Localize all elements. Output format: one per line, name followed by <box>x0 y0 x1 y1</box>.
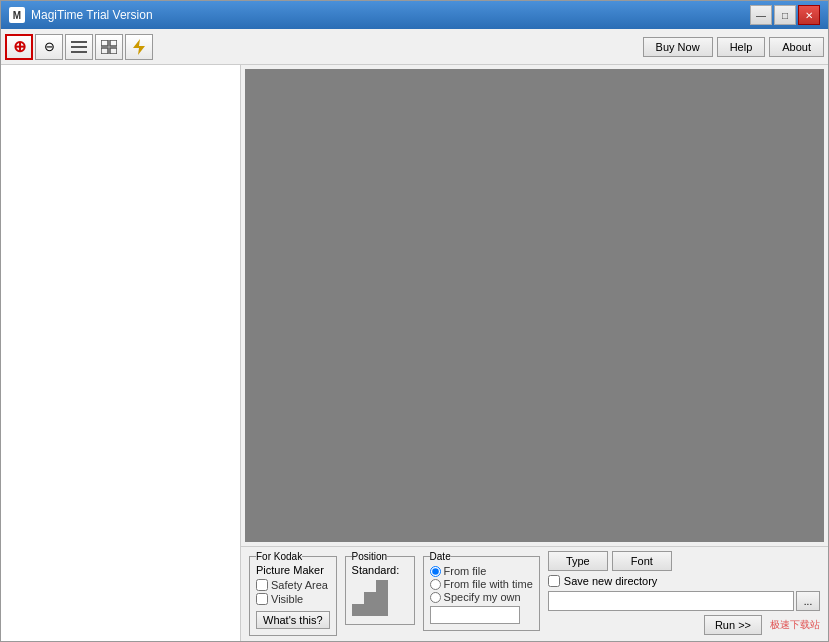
from-file-row: From file <box>430 565 533 577</box>
lightning-icon <box>133 39 145 55</box>
list-button[interactable] <box>65 34 93 60</box>
window-title: MagiTime Trial Version <box>31 8 153 22</box>
whats-this-button[interactable]: What's this? <box>256 611 330 629</box>
title-bar: M MagiTime Trial Version — □ ✕ <box>1 1 828 29</box>
position-group: Position Standard: <box>345 551 415 625</box>
visible-row: Visible <box>256 593 330 605</box>
specify-radio[interactable] <box>430 592 441 603</box>
date-title: Date <box>430 551 451 562</box>
grid-button[interactable] <box>95 34 123 60</box>
add-button[interactable]: ⊕ <box>5 34 33 60</box>
sidebar <box>1 65 241 641</box>
visible-checkbox[interactable] <box>256 593 268 605</box>
specify-label: Specify my own <box>444 591 521 603</box>
minimize-button[interactable]: — <box>750 5 772 25</box>
from-file-time-radio[interactable] <box>430 579 441 590</box>
nav-buttons: Buy Now Help About <box>643 37 824 57</box>
watermark-text: 极速下载站 <box>770 618 820 632</box>
specify-row: Specify my own <box>430 591 533 603</box>
save-dir-checkbox[interactable] <box>548 575 560 587</box>
buy-now-button[interactable]: Buy Now <box>643 37 713 57</box>
date-input[interactable] <box>430 606 520 624</box>
main-window: M MagiTime Trial Version — □ ✕ ⊕ ⊖ <box>0 0 829 642</box>
kodak-subtitle: Picture Maker <box>256 564 330 576</box>
svg-rect-10 <box>376 580 388 616</box>
from-file-label: From file <box>444 565 487 577</box>
from-file-radio[interactable] <box>430 566 441 577</box>
save-dir-label: Save new directory <box>564 575 658 587</box>
svg-rect-6 <box>110 48 117 54</box>
svg-rect-9 <box>364 592 376 616</box>
safety-area-label: Safety Area <box>271 579 328 591</box>
subtract-button[interactable]: ⊖ <box>35 34 63 60</box>
save-dir-row: Save new directory <box>548 575 820 587</box>
canvas-area: For Kodak Picture Maker Safety Area Visi… <box>241 65 828 641</box>
grid-icon <box>101 40 117 54</box>
svg-rect-3 <box>101 40 108 46</box>
svg-rect-4 <box>110 40 117 46</box>
svg-rect-8 <box>352 604 364 616</box>
safety-area-row: Safety Area <box>256 579 330 591</box>
help-button[interactable]: Help <box>717 37 766 57</box>
run-button[interactable]: Run >> <box>704 615 762 635</box>
kodak-title: For Kodak <box>256 551 302 562</box>
close-button[interactable]: ✕ <box>798 5 820 25</box>
visible-label: Visible <box>271 593 303 605</box>
dir-input[interactable] <box>548 591 794 611</box>
list-icon <box>71 40 87 54</box>
right-panel: Type Font Save new directory ... Run >> … <box>548 551 820 635</box>
safety-area-checkbox[interactable] <box>256 579 268 591</box>
date-group: Date From file From file with time Speci… <box>423 551 540 631</box>
from-file-time-label: From file with time <box>444 578 533 590</box>
title-bar-left: M MagiTime Trial Version <box>9 7 153 23</box>
bottom-panel: For Kodak Picture Maker Safety Area Visi… <box>241 546 828 641</box>
position-standard: Standard: <box>352 564 408 576</box>
type-button[interactable]: Type <box>548 551 608 571</box>
from-file-time-row: From file with time <box>430 578 533 590</box>
app-icon: M <box>9 7 25 23</box>
maximize-button[interactable]: □ <box>774 5 796 25</box>
svg-rect-5 <box>101 48 108 54</box>
staircase-icon <box>352 580 392 616</box>
toolbar: ⊕ ⊖ Buy Now Help About <box>1 29 828 65</box>
font-button[interactable]: Font <box>612 551 672 571</box>
dir-input-row: ... <box>548 591 820 611</box>
position-title: Position <box>352 551 388 562</box>
svg-rect-0 <box>71 41 87 43</box>
svg-rect-2 <box>71 51 87 53</box>
main-content: For Kodak Picture Maker Safety Area Visi… <box>1 65 828 641</box>
kodak-group: For Kodak Picture Maker Safety Area Visi… <box>249 551 337 636</box>
svg-rect-1 <box>71 46 87 48</box>
canvas-display <box>245 69 824 542</box>
lightning-button[interactable] <box>125 34 153 60</box>
browse-button[interactable]: ... <box>796 591 820 611</box>
svg-marker-7 <box>133 39 145 55</box>
window-controls: — □ ✕ <box>750 5 820 25</box>
about-button[interactable]: About <box>769 37 824 57</box>
type-font-row: Type Font <box>548 551 820 571</box>
run-row: Run >> 极速下载站 <box>548 615 820 635</box>
